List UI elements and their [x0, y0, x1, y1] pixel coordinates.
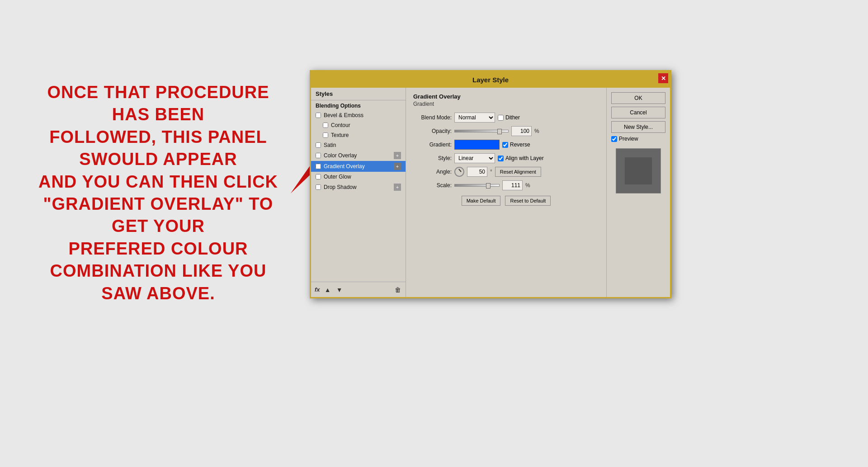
color-overlay-item[interactable]: Color Overlay + — [311, 150, 406, 161]
drop-shadow-item[interactable]: Drop Shadow + — [311, 182, 406, 193]
outer-glow-item[interactable]: Outer Glow — [311, 172, 406, 182]
preview-inner — [625, 157, 652, 184]
style-label: Style: — [413, 155, 452, 161]
reset-alignment-button[interactable]: Reset Alignment — [495, 167, 541, 177]
scale-input[interactable] — [502, 180, 523, 190]
dialog-body: Styles Blending Options Bevel & Emboss C… — [311, 88, 670, 297]
satin-checkbox[interactable] — [316, 142, 321, 148]
styles-footer: fx ▲ ▼ 🗑 — [311, 282, 406, 297]
make-default-button[interactable]: Make Default — [462, 196, 501, 206]
scale-thumb[interactable] — [486, 183, 491, 189]
cancel-button[interactable]: Cancel — [611, 107, 665, 118]
align-layer-row: Align with Layer — [498, 155, 544, 161]
new-style-button[interactable]: New Style... — [611, 121, 665, 133]
preview-label: Preview — [619, 136, 638, 142]
opacity-unit: % — [534, 128, 539, 134]
reset-default-button[interactable]: Reset to Default — [505, 196, 551, 206]
gradient-label: Gradient: — [413, 142, 452, 148]
dither-label: Dither — [505, 114, 520, 121]
reverse-checkbox[interactable] — [502, 142, 508, 148]
reverse-row: Reverse — [502, 142, 530, 148]
gradient-row: Gradient: Reverse — [413, 140, 599, 150]
instruction-text: ONCE THAT PROCEDURE HAS BEEN FOLLOWED, T… — [27, 81, 289, 305]
move-up-button[interactable]: ▲ — [324, 286, 332, 294]
scale-row: Scale: % — [413, 180, 599, 190]
blend-mode-label: Blend Mode: — [413, 114, 452, 121]
scale-label: Scale: — [413, 182, 452, 189]
opacity-thumb[interactable] — [497, 129, 502, 134]
layer-style-dialog: Layer Style ✕ Styles Blending Options Be… — [310, 70, 671, 298]
preview-row: Preview — [611, 136, 665, 142]
opacity-input[interactable] — [511, 126, 532, 136]
contour-checkbox[interactable] — [323, 123, 328, 128]
preview-checkbox[interactable] — [611, 136, 617, 142]
reverse-label: Reverse — [510, 142, 530, 148]
scale-slider[interactable] — [454, 184, 500, 187]
styles-list: Blending Options Bevel & Emboss Contour … — [311, 100, 406, 282]
fx-label: fx — [315, 286, 320, 293]
bevel-emboss-checkbox[interactable] — [316, 113, 321, 118]
gradient-overlay-checkbox[interactable] — [316, 164, 321, 169]
options-panel: Gradient Overlay Gradient Blend Mode: No… — [406, 88, 607, 297]
texture-checkbox[interactable] — [323, 132, 328, 138]
opacity-slider[interactable] — [454, 130, 509, 132]
move-down-button[interactable]: ▼ — [335, 286, 344, 294]
style-row: Style: Linear Radial Angle Reflected Dia… — [413, 153, 599, 163]
delete-button[interactable]: 🗑 — [394, 286, 402, 294]
gradient-preview[interactable] — [454, 140, 500, 150]
color-overlay-plus[interactable]: + — [394, 152, 401, 159]
contour-item[interactable]: Contour — [311, 120, 406, 130]
ok-button[interactable]: OK — [611, 92, 665, 104]
color-overlay-checkbox[interactable] — [316, 153, 321, 158]
angle-row: Angle: ° Reset Alignment — [413, 167, 599, 177]
align-layer-checkbox[interactable] — [498, 156, 504, 161]
angle-unit: ° — [490, 169, 492, 175]
bevel-emboss-item[interactable]: Bevel & Emboss — [311, 110, 406, 120]
right-panel: OK Cancel New Style... Preview — [607, 88, 670, 297]
align-layer-label: Align with Layer — [505, 155, 544, 161]
satin-item[interactable]: Satin — [311, 140, 406, 150]
default-buttons-row: Make Default Reset to Default — [413, 196, 599, 206]
dialog-titlebar: Layer Style ✕ — [311, 71, 670, 88]
drop-shadow-checkbox[interactable] — [316, 184, 321, 190]
blend-mode-select[interactable]: Normal Multiply Screen — [454, 113, 495, 123]
scale-unit: % — [525, 182, 530, 189]
texture-item[interactable]: Texture — [311, 130, 406, 140]
section-subtitle: Gradient — [413, 101, 599, 107]
angle-label: Angle: — [413, 169, 452, 175]
section-title: Gradient Overlay — [413, 93, 599, 100]
dialog-title: Layer Style — [472, 76, 509, 84]
outer-glow-checkbox[interactable] — [316, 174, 321, 179]
gradient-overlay-plus[interactable]: + — [394, 163, 401, 170]
style-select[interactable]: Linear Radial Angle Reflected Diamond — [454, 153, 495, 163]
blend-mode-row: Blend Mode: Normal Multiply Screen Dithe… — [413, 113, 599, 123]
styles-panel: Styles Blending Options Bevel & Emboss C… — [311, 88, 406, 297]
angle-input[interactable] — [467, 167, 487, 177]
styles-header: Styles — [311, 88, 406, 100]
dither-row: Dither — [498, 114, 520, 121]
dither-checkbox[interactable] — [498, 115, 504, 121]
gradient-overlay-item[interactable]: Gradient Overlay + — [311, 161, 406, 172]
preview-box — [616, 148, 661, 193]
close-button[interactable]: ✕ — [658, 73, 668, 83]
opacity-label: Opacity: — [413, 128, 452, 134]
opacity-row: Opacity: % — [413, 126, 599, 136]
blending-options-item[interactable]: Blending Options — [311, 100, 406, 110]
angle-dial[interactable] — [454, 167, 464, 177]
drop-shadow-plus[interactable]: + — [394, 184, 401, 191]
